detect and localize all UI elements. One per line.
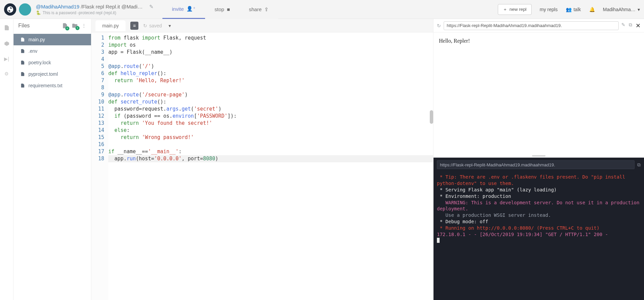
new-folder-icon[interactable]: + — [71, 23, 78, 29]
avatar[interactable] — [19, 3, 31, 16]
file-item-requirements-txt[interactable]: requirements.txt — [14, 80, 91, 91]
line-number: 18 — [91, 155, 104, 162]
console-line: 172.18.0.1 - - [26/Oct/2019 19:19:34] "G… — [437, 231, 641, 238]
file-item-pyproject-toml[interactable]: pyproject.toml — [14, 68, 91, 80]
saved-indicator: ↻ saved — [143, 23, 162, 28]
file-label: pyproject.toml — [28, 71, 58, 77]
stop-button[interactable]: stop ■ — [205, 0, 239, 19]
file-icon — [20, 37, 25, 42]
scrollbar-thumb[interactable] — [430, 110, 433, 124]
file-icon — [20, 71, 25, 77]
line-number: 13 — [91, 120, 104, 127]
line-number: 6 — [91, 70, 104, 77]
edit-url-icon[interactable]: ✎ — [621, 22, 625, 29]
code-line[interactable]: def secret_route(): — [108, 98, 433, 106]
code-line[interactable]: return 'Hello, Repler!' — [108, 77, 433, 84]
console-url-input[interactable] — [437, 160, 635, 169]
file-label: poetry.lock — [28, 60, 51, 65]
reload-icon[interactable]: ↻ — [437, 23, 441, 28]
refresh-icon: ↻ — [143, 23, 147, 28]
code-line[interactable]: app = Flask(__name__) — [108, 49, 433, 56]
breadcrumb-repl-name: /Flask repl Repl.it @MadihaAh… — [81, 4, 145, 9]
share-icon: ⇪ — [264, 6, 269, 13]
debugger-rail-icon[interactable]: ▶| — [4, 56, 9, 62]
console-open-external-icon[interactable]: ⧉ — [637, 162, 641, 168]
code-line[interactable]: else: — [108, 127, 433, 134]
stop-icon: ■ — [227, 6, 230, 12]
file-icon — [20, 83, 25, 88]
python-icon: 🐍 — [36, 10, 41, 15]
file-item-poetry-lock[interactable]: poetry.lock — [14, 57, 91, 68]
console-line: Use a production WSGI server instead. — [437, 212, 641, 218]
packages-rail-icon[interactable] — [4, 41, 10, 47]
line-number: 16 — [91, 141, 104, 148]
account-menu[interactable]: MadihaAhma… ▾ — [603, 7, 640, 12]
file-label: main.py — [28, 37, 45, 42]
close-preview-icon[interactable]: ✕ — [636, 22, 641, 29]
files-rail-icon[interactable] — [4, 24, 10, 31]
preview-url-input[interactable] — [444, 21, 619, 30]
preview-body: Hello, Repler! — [434, 32, 644, 154]
console-line: * Debug mode: off — [437, 218, 641, 225]
share-button[interactable]: share ⇪ — [239, 0, 278, 19]
breadcrumb: @MadihaAhmad19 /Flask repl Repl.it @Madi… — [34, 4, 156, 15]
line-number: 1 — [91, 34, 104, 42]
code-line[interactable]: if (password == os.environ['PASSWORD']): — [108, 113, 433, 120]
file-item--env[interactable]: .env — [14, 45, 91, 57]
line-number: 12 — [91, 113, 104, 120]
files-menu-icon[interactable]: ⋮ — [82, 23, 86, 28]
line-number: 5 — [91, 63, 104, 70]
code-line[interactable]: @app.route('/secure-page') — [108, 91, 433, 98]
code-line[interactable]: @app.route('/') — [108, 63, 433, 70]
console-line: * Running on http://0.0.0.0:8080/ (Press… — [437, 225, 641, 231]
open-external-icon[interactable]: ⧉ — [629, 22, 632, 29]
format-icon[interactable]: ≡ — [130, 22, 138, 30]
code-line[interactable]: return 'You found the secret!' — [108, 120, 433, 127]
console-line: WARNING: This is a development server. D… — [437, 200, 641, 212]
new-repl-button[interactable]: ＋ new repl — [498, 4, 531, 15]
replit-logo[interactable] — [4, 3, 16, 16]
new-file-icon[interactable]: + — [62, 22, 68, 29]
code-editor[interactable]: 123456789101112131415161718 from flask i… — [91, 32, 433, 300]
talk-link[interactable]: 👥 talk — [566, 7, 581, 12]
code-line[interactable]: def hello_repler(): — [108, 70, 433, 77]
code-line[interactable]: app.run(host='0.0.0.0', port=8080) — [108, 155, 433, 162]
invite-icon: 👤⁺ — [186, 6, 196, 12]
people-icon: 👥 — [566, 7, 572, 12]
line-number: 3 — [91, 49, 104, 56]
code-line[interactable]: if __name__=='__main__': — [108, 148, 433, 155]
file-item-main-py[interactable]: main.py — [14, 34, 91, 45]
code-line[interactable]: import os — [108, 42, 433, 49]
file-label: requirements.txt — [28, 83, 62, 88]
tab-main-py[interactable]: main.py — [95, 20, 126, 31]
settings-rail-icon[interactable]: ⚙ — [4, 71, 9, 76]
invite-button[interactable]: invite 👤⁺ — [162, 0, 205, 19]
breadcrumb-user[interactable]: @MadihaAhmad19 — [36, 4, 80, 9]
history-chevron-icon[interactable]: ▾ — [169, 23, 171, 28]
pane-resize-handle[interactable] — [434, 154, 644, 158]
line-number: 2 — [91, 42, 104, 49]
preview-content: Hello, Repler! — [439, 38, 470, 44]
code-line[interactable] — [108, 141, 433, 148]
code-line[interactable]: from flask import Flask, request — [108, 34, 433, 42]
repl-sub-text: This is a password -proteced repl (repl.… — [43, 10, 116, 15]
file-label: .env — [28, 48, 37, 54]
code-line[interactable] — [108, 84, 433, 91]
code-line[interactable] — [108, 56, 433, 63]
line-number: 8 — [91, 84, 104, 91]
files-title: Files — [18, 23, 59, 29]
console-line: * Serving Flask app "main" (lazy loading… — [437, 187, 641, 193]
file-icon — [20, 60, 25, 65]
my-repls-link[interactable]: my repls — [540, 7, 558, 12]
line-number: 15 — [91, 134, 104, 141]
line-number: 4 — [91, 56, 104, 63]
line-number: 7 — [91, 77, 104, 84]
line-number: 14 — [91, 127, 104, 134]
file-icon — [20, 48, 25, 54]
notifications-icon[interactable]: 🔔 — [589, 7, 595, 12]
console-line: * Environment: production — [437, 193, 641, 200]
code-line[interactable]: password=request.args.get('secret') — [108, 106, 433, 113]
code-line[interactable]: return 'Wrong password!' — [108, 134, 433, 141]
chevron-down-icon: ▾ — [638, 7, 640, 12]
edit-name-icon[interactable]: ✎ — [149, 4, 154, 10]
